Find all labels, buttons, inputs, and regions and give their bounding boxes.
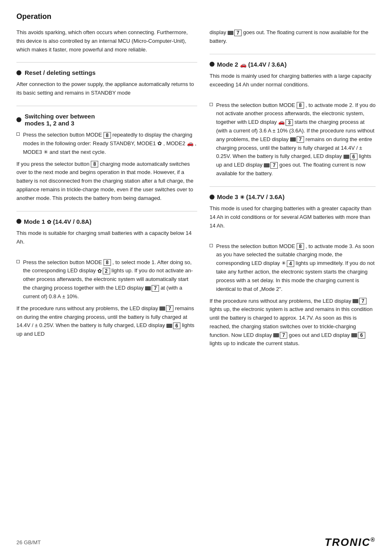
flower-icon-2: ✿ bbox=[47, 219, 51, 225]
right-intro-text: display 7 goes out. The floating current… bbox=[210, 28, 376, 46]
mode2-title-row: Mode 2 🚗 (14.4V / 3.6A) bbox=[210, 61, 376, 68]
reset-section: Reset / deleting settings After connecti… bbox=[16, 69, 197, 97]
mode1-intro: This mode is suitable for charging small… bbox=[16, 229, 197, 246]
snowflake-icon-1: ✳ bbox=[44, 148, 48, 157]
mode3-item-1: Press the selection button MODE 8 , to a… bbox=[210, 242, 376, 294]
box-7e: 7 bbox=[270, 162, 278, 169]
mode-box-8e: 8 bbox=[297, 243, 304, 250]
box-7g: 7 bbox=[280, 332, 287, 339]
mode3-item-1-text: Press the selection button MODE 8 , to a… bbox=[216, 242, 376, 294]
mode-box-8c: 8 bbox=[104, 259, 111, 266]
led-7d: 7 bbox=[290, 136, 304, 143]
switching-section: Switching over betweenmodes 1, 2 and 3 P… bbox=[16, 113, 197, 203]
switching-item-1-text: Press the selection button MODE 8 repeat… bbox=[23, 131, 197, 157]
led-rect-icon-4 bbox=[228, 31, 233, 35]
main-content: This avoids sparking, which often occurs… bbox=[16, 28, 376, 356]
reset-title-text: Reset / deleting settings bbox=[25, 69, 96, 76]
car-icon-2: 🚗 bbox=[240, 62, 247, 68]
led-rect-icon-5 bbox=[290, 137, 296, 142]
mode3-item-2: If the procedure runs without any proble… bbox=[210, 297, 376, 348]
mode2-intro: This mode is mainly used for charging ba… bbox=[210, 72, 376, 89]
box-7d: 7 bbox=[297, 136, 304, 143]
mode1-title: Mode 1 ✿ (14.4V / 0.8A) bbox=[24, 218, 91, 225]
mode-box-8a: 8 bbox=[104, 132, 111, 139]
mode3-intro: This mode is used for charging batteries… bbox=[210, 204, 376, 230]
switching-title-text: Switching over betweenmodes 1, 2 and 3 bbox=[25, 113, 95, 127]
led-rect-icon-7 bbox=[264, 163, 270, 167]
brand-name: TRONIC® bbox=[325, 536, 376, 549]
led-rect-icon-2 bbox=[159, 306, 165, 311]
car-icon-1: 🚗 bbox=[187, 139, 194, 148]
box-4a: 4 bbox=[287, 260, 294, 267]
switching-body: Press the selection button MODE 8 repeat… bbox=[16, 131, 197, 203]
brand-text: TRONIC bbox=[325, 536, 371, 548]
flower-icon-1: ✿ bbox=[157, 139, 162, 148]
square-bullet-3 bbox=[210, 103, 213, 106]
mode1-title-row: Mode 1 ✿ (14.4V / 0.8A) bbox=[16, 218, 197, 225]
mode1-item-1-text: Press the selection button MODE 8 , to s… bbox=[23, 258, 197, 301]
mode3-section: Mode 3 ✳ (14.7V / 3.6A) This mode is use… bbox=[210, 193, 376, 348]
mode2-item-1: Press the selection button MODE 8 , to a… bbox=[210, 101, 376, 178]
page: Operation This avoids sparking, which of… bbox=[0, 0, 392, 557]
led-7b: 7 bbox=[159, 305, 173, 312]
bullet-icon bbox=[16, 70, 21, 75]
switching-item-1a: Press the selection button MODE bbox=[23, 132, 102, 138]
box-3a: 3 bbox=[286, 119, 293, 126]
box-6b: 6 bbox=[350, 153, 357, 160]
mode3-title: Mode 3 ✳ (14.7V / 3.6A) bbox=[217, 193, 284, 201]
box-7b: 7 bbox=[166, 305, 173, 312]
led-rect-icon-9 bbox=[273, 333, 279, 337]
led-rect-icon-10 bbox=[351, 333, 357, 337]
page-footer: 26 GB/MT TRONIC® bbox=[16, 536, 376, 549]
mode3-title-row: Mode 3 ✳ (14.7V / 3.6A) bbox=[210, 193, 376, 201]
mode3-body: This mode is used for charging batteries… bbox=[210, 204, 376, 348]
led-rect-icon-3 bbox=[166, 324, 172, 328]
snowflake-icon-2: ✳ bbox=[240, 194, 244, 200]
mode2-item-1-text: Press the selection button MODE 8 , to a… bbox=[216, 101, 376, 178]
mode-box-8d: 8 bbox=[297, 102, 304, 109]
box-2a: 2 bbox=[103, 268, 110, 274]
mode1-item-2: If the procedure runs without any proble… bbox=[16, 304, 197, 339]
led-7f: 7 bbox=[353, 298, 367, 304]
mode2-body: This mode is mainly used for charging ba… bbox=[210, 72, 376, 178]
page-number: 26 GB/MT bbox=[16, 539, 41, 545]
reset-text: After connection to the power supply, th… bbox=[16, 80, 197, 97]
square-bullet-2 bbox=[16, 260, 20, 263]
switching-item-1e: and start the next cycle. bbox=[49, 149, 106, 155]
mode1-section: Mode 1 ✿ (14.4V / 0.8A) This mode is sui… bbox=[16, 218, 197, 339]
led-6b: 6 bbox=[344, 153, 357, 160]
led-snow-4: ✳ 4 bbox=[281, 259, 294, 268]
reset-body: After connection to the power supply, th… bbox=[16, 80, 197, 97]
bullet-icon-3 bbox=[16, 219, 21, 224]
mode2-title: Mode 2 🚗 (14.4V / 3.6A) bbox=[217, 61, 286, 68]
led-7c: 7 bbox=[228, 30, 242, 36]
square-bullet-4 bbox=[210, 244, 213, 247]
registered-icon: ® bbox=[371, 536, 376, 543]
led-rect-icon-8 bbox=[353, 299, 358, 303]
right-column: display 7 goes out. The floating current… bbox=[210, 28, 376, 356]
led-7e: 7 bbox=[264, 162, 278, 169]
led-car-3: 🚗 3 bbox=[278, 118, 293, 127]
led-rect-icon-6 bbox=[344, 155, 349, 159]
car-icon-3: 🚗 bbox=[278, 118, 285, 127]
snowflake-icon-3: ✳ bbox=[281, 259, 286, 268]
reset-title: Reset / deleting settings bbox=[16, 69, 197, 76]
switching-item-1: Press the selection button MODE 8 repeat… bbox=[16, 131, 197, 157]
led-6a: 6 bbox=[166, 323, 180, 329]
bullet-icon-4 bbox=[210, 62, 214, 67]
right-intro: display 7 goes out. The floating current… bbox=[210, 28, 376, 46]
led-6c: 6 bbox=[351, 332, 365, 339]
box-6a: 6 bbox=[173, 323, 180, 329]
intro-section: This avoids sparking, which often occurs… bbox=[16, 28, 197, 54]
intro-text: This avoids sparking, which often occurs… bbox=[16, 28, 197, 54]
box-7f: 7 bbox=[359, 298, 367, 304]
bullet-icon-5 bbox=[210, 195, 214, 200]
box-7c: 7 bbox=[234, 30, 242, 36]
square-bullet-1 bbox=[16, 132, 20, 136]
box-6c: 6 bbox=[358, 332, 365, 339]
led-7a: 7 bbox=[145, 285, 159, 292]
switching-title: Switching over betweenmodes 1, 2 and 3 bbox=[16, 113, 197, 127]
mode2-section: Mode 2 🚗 (14.4V / 3.6A) This mode is mai… bbox=[210, 61, 376, 178]
box-7a: 7 bbox=[152, 285, 159, 292]
switching-para-2: If you press the selector button 8 charg… bbox=[16, 160, 197, 203]
